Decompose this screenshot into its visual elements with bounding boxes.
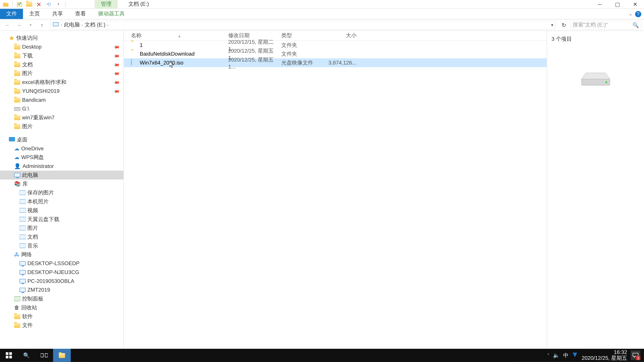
tree-pinned-item[interactable]: Desktop📌 — [0, 42, 124, 51]
taskbar-file-explorer[interactable] — [53, 349, 70, 362]
chevron-right-icon[interactable]: › — [82, 22, 83, 27]
tab-view[interactable]: 查看 — [69, 9, 92, 19]
file-name: 1 — [140, 42, 228, 48]
tree-desktop-item[interactable]: 👤Administrator — [0, 162, 124, 171]
column-name[interactable]: 名称 ▴ — [131, 32, 228, 39]
minimize-button[interactable]: ─ — [591, 0, 608, 8]
volume-icon[interactable]: 🔈 — [553, 352, 560, 359]
library-icon — [20, 225, 26, 231]
tab-share[interactable]: 共享 — [46, 9, 69, 19]
qat-delete-icon[interactable]: ✕ — [35, 0, 43, 8]
breadcrumb-this-pc[interactable]: 此电脑 — [64, 21, 80, 29]
clock-time: 16:32 — [582, 350, 627, 355]
tree-item-label: 控制面板 — [22, 295, 44, 303]
tree-desktop-item[interactable]: 此电脑 — [0, 171, 124, 179]
help-icon[interactable]: ? — [635, 11, 641, 17]
tree-item-label: 视频 — [27, 207, 38, 214]
maximize-button[interactable]: ▢ — [608, 0, 626, 8]
file-tab[interactable]: 文件 — [0, 9, 23, 19]
ime-indicator[interactable]: 中 — [563, 352, 568, 359]
recent-locations-dropdown[interactable]: ▾ — [26, 20, 36, 30]
contextual-tab-group: 管理 — [94, 0, 118, 8]
tree-network[interactable]: 🖧网络 — [0, 250, 124, 259]
task-view-button[interactable] — [36, 349, 53, 362]
svg-rect-1 — [53, 22, 58, 26]
tree-item-label: G:\ — [22, 106, 29, 112]
svg-rect-22 — [41, 354, 44, 357]
tree-recent-item[interactable]: 图片 — [0, 122, 124, 131]
tab-home[interactable]: 主页 — [23, 9, 46, 19]
qat-new-folder-icon[interactable] — [25, 0, 33, 8]
tree-network-pc[interactable]: ZMT2019 — [0, 286, 124, 295]
action-center-button[interactable]: 3 — [630, 351, 640, 360]
tree-library-item[interactable]: 文档 — [0, 232, 124, 241]
refresh-button[interactable]: ↻ — [559, 20, 569, 30]
address-dropdown-icon[interactable]: ▾ — [551, 22, 553, 27]
tree-library-item[interactable]: 本机照片 — [0, 197, 124, 206]
tree-library-item[interactable]: 音乐 — [0, 241, 124, 250]
system-tray[interactable]: ˄ 🔈 中 16:32 2020/12/25, 星期五 3 — [547, 350, 644, 361]
tree-desktop-item[interactable]: ☁WPS网盘 — [0, 153, 124, 162]
item-icon — [14, 314, 20, 319]
svg-rect-11 — [14, 297, 20, 301]
file-row[interactable]: Win7x64_2020.iso2020/12/25, 星期五 1...光盘映像… — [124, 58, 546, 67]
tree-network-pc[interactable]: DESKTOP-NJEU3CG — [0, 268, 124, 277]
back-button[interactable]: ← — [3, 20, 12, 30]
navigation-tree[interactable]: ★快速访问 Desktop📌下载📌文档📌图片📌excel表格制作求和📌YUNQI… — [0, 31, 124, 349]
search-icon[interactable]: 🔍 — [632, 22, 639, 28]
security-icon[interactable] — [572, 352, 578, 359]
tree-network-pc[interactable]: PC-20190530OBLA — [0, 277, 124, 286]
tree-recent-item[interactable]: Bandicam — [0, 95, 124, 104]
qat-undo-icon[interactable]: ⟲ — [44, 0, 52, 8]
column-headers[interactable]: 名称 ▴ 修改日期 类型 大小 — [124, 31, 546, 41]
titlebar: ✕ ⟲ ▾ 管理 文档 (E:) ─ ▢ ✕ — [0, 0, 644, 9]
tree-pinned-item[interactable]: 图片📌 — [0, 69, 124, 78]
tree-desktop-item[interactable]: ☁OneDrive — [0, 144, 124, 153]
tree-misc-item[interactable]: 控制面板 — [0, 294, 124, 303]
column-type[interactable]: 类型 — [281, 32, 326, 39]
breadcrumb-bar[interactable]: › 此电脑 › 文档 (E:) › ▾ — [50, 21, 556, 29]
tree-pinned-item[interactable]: YUNQISHI2019📌 — [0, 87, 124, 95]
tree-library-item[interactable]: 天翼云盘下载 — [0, 215, 124, 224]
app-icon[interactable] — [2, 0, 10, 8]
tree-library-item[interactable]: 视频 — [0, 206, 124, 215]
up-button[interactable]: ↑ — [37, 20, 47, 30]
forward-button[interactable]: → — [14, 20, 24, 30]
qat-properties-icon[interactable] — [16, 0, 23, 8]
tree-pinned-item[interactable]: excel表格制作求和📌 — [0, 78, 124, 87]
tray-chevron-up-icon[interactable]: ˄ — [547, 353, 550, 358]
tab-drive-tools[interactable]: 驱动器工具 — [92, 9, 131, 19]
search-button[interactable]: 🔍 — [18, 349, 35, 362]
close-button[interactable]: ✕ — [626, 0, 644, 8]
folder-icon — [14, 89, 20, 93]
tree-misc-item[interactable]: 软件 — [0, 312, 124, 321]
taskbar[interactable]: 🔍 ˄ 🔈 中 16:32 2020/12/25, 星期五 3 — [0, 349, 644, 362]
tree-pinned-item[interactable]: 文档📌 — [0, 60, 124, 69]
tree-recent-item[interactable]: win7重装win7 — [0, 113, 124, 122]
breadcrumb-drive[interactable]: 文档 (E:) — [85, 21, 105, 29]
tree-pinned-item[interactable]: 下载📌 — [0, 51, 124, 60]
column-size[interactable]: 大小 — [326, 32, 356, 39]
file-row[interactable]: BaiduNetdiskDownload2020/12/25, 星期五 1...… — [124, 49, 546, 58]
ribbon-expand-icon[interactable]: ⌄ — [629, 11, 632, 16]
tree-quick-access[interactable]: ★快速访问 — [0, 33, 124, 42]
file-type-icon — [131, 50, 138, 57]
chevron-right-icon[interactable]: › — [60, 22, 62, 27]
tree-library-item[interactable]: 图片 — [0, 224, 124, 232]
search-input[interactable]: 搜索"文档 (E:)" 🔍 — [570, 21, 641, 29]
tree-misc-item[interactable]: 文件 — [0, 321, 124, 330]
file-type-icon — [131, 41, 138, 49]
taskbar-clock[interactable]: 16:32 2020/12/25, 星期五 — [582, 350, 627, 361]
tree-desktop[interactable]: 桌面 — [0, 135, 124, 144]
tree-desktop-item[interactable]: 📚库 — [0, 179, 124, 188]
start-button[interactable] — [0, 349, 18, 362]
tree-misc-item[interactable]: 🗑回收站 — [0, 303, 124, 312]
tree-item-label: DESKTOP-LSSOEDP — [27, 260, 80, 267]
chevron-right-icon[interactable]: › — [107, 22, 109, 27]
tree-library-item[interactable]: 保存的图片 — [0, 188, 124, 197]
breadcrumb-root-icon[interactable] — [53, 22, 59, 28]
tree-network-pc[interactable]: DESKTOP-LSSOEDP — [0, 259, 124, 268]
qat-dropdown-icon[interactable]: ▾ — [54, 0, 62, 8]
file-row[interactable]: 12020/12/15, 星期二 1...文件夹 — [124, 41, 546, 50]
tree-recent-item[interactable]: G:\ — [0, 104, 124, 113]
